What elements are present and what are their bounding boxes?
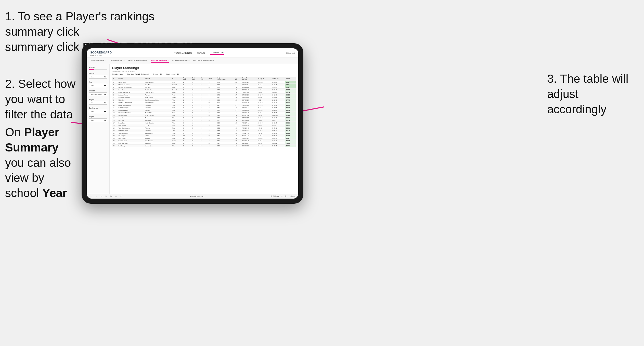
cell-top50: 56-51-4 — [271, 122, 286, 124]
cell-conf-rank: 21 — [191, 106, 200, 109]
cell-player: Christo Lamprecht — [118, 91, 144, 94]
cell-record: 429-198-22 — [241, 127, 257, 129]
cell-rds: 1 — [200, 142, 208, 145]
col-points[interactable]: Points — [285, 77, 296, 81]
table-row: 10 Jacob Skov Olesen Arkansas Fifth 3 25… — [112, 104, 296, 106]
sign-out: | Sign out — [286, 52, 295, 54]
cell-player: Cole Sherwood — [118, 142, 144, 145]
back-btn[interactable]: ◁ — [100, 195, 103, 198]
cell-record: 473-177-57 — [241, 132, 257, 134]
subnav-player-summary[interactable]: PLAYER SUMMARY — [151, 59, 169, 63]
cell-points: 68.04 — [285, 89, 296, 91]
col-record[interactable]: OverallRecord — [241, 77, 257, 81]
cell-wins: 0 — [208, 114, 217, 117]
cell-top25: 8-21-5 — [257, 127, 271, 129]
col-reg-rank[interactable]: RegRank — [182, 77, 191, 81]
cell-rank: 16 — [112, 119, 118, 122]
grid-btn[interactable]: ⊞ — [285, 195, 286, 197]
cell-avg-sg: 1.38 — [234, 137, 241, 140]
cell-yr: Third — [171, 127, 182, 129]
cell-rds: 2 — [200, 89, 208, 91]
cell-top25: 14-5-3 — [257, 96, 271, 99]
cell-top50: 22-22-0 — [271, 86, 286, 89]
cell-top25: 28-12-7 — [257, 94, 271, 96]
col-yr[interactable]: Yr — [171, 77, 182, 81]
copy-btn[interactable]: ⧉ — [110, 195, 112, 198]
cell-record: 698-54-13 — [241, 96, 257, 99]
cell-rank: 18 — [112, 124, 118, 127]
cell-yr: Second — [171, 84, 182, 86]
nav-committee[interactable]: COMMITTEE — [210, 51, 224, 55]
table-title: Player Standings — [112, 66, 139, 70]
cell-avg-sg: 1.61 — [234, 129, 241, 132]
cell-rds: 2 — [200, 91, 208, 94]
cell-school: Florida State — [144, 89, 171, 91]
no-rds-slider[interactable] — [89, 69, 107, 70]
cell-rds: 3 — [200, 94, 208, 96]
cell-reg-rank: 8 — [182, 119, 191, 122]
col-top50[interactable]: Vs Top 50 — [271, 77, 286, 81]
subnav-player-h2h-grid[interactable]: PLAYER H2H GRID — [172, 59, 189, 63]
forward-btn[interactable]: ▷ — [105, 195, 108, 198]
more-btn[interactable]: ··· — [114, 195, 118, 198]
col-rank[interactable]: # — [112, 77, 118, 81]
cell-points: 65.36 — [285, 109, 296, 112]
subnav-team-h2h-heatmap[interactable]: TEAM H2H HEATMAP — [128, 59, 147, 63]
cell-points: 62.75 — [285, 114, 296, 117]
region-section: Region N/A All — [89, 99, 107, 105]
cell-top25: 7-17-5 — [257, 132, 271, 134]
col-player[interactable]: Player — [118, 77, 144, 81]
cell-rds: 1 — [200, 129, 208, 132]
table-row: 2 Michael La Sasso Ole Miss Second 1 18 … — [112, 84, 296, 86]
col-adj[interactable]: Adj.Score to Par — [216, 77, 234, 81]
clock-btn[interactable]: ⏱ — [120, 195, 123, 198]
subnav-team-h2h-grid[interactable]: TEAM H2H GRID — [109, 59, 124, 63]
col-avg-sg[interactable]: AvgSG — [234, 77, 241, 81]
cell-school: Tennessee — [144, 117, 171, 119]
col-rds[interactable]: No.Rds. — [200, 77, 208, 81]
cell-yr: Fourth — [171, 137, 182, 140]
cell-rds: 1 — [200, 124, 208, 127]
division-select[interactable]: NCAA Division I — [89, 92, 107, 96]
conference-select[interactable]: (All) — [89, 110, 107, 113]
cell-school: Arizona — [144, 127, 171, 129]
annotation-step2: 2. Select how you want to filter the dat… — [5, 76, 76, 122]
tablet-screen: SCOREBOARD Powered by dipp TOURNAMENTS T… — [87, 48, 298, 199]
subnav-team-summary[interactable]: TEAM SUMMARY — [90, 59, 106, 63]
cell-avg-sg: 1.56 — [234, 145, 241, 147]
subnav-player-h2h-heatmap[interactable]: PLAYER H2H HEATMAP — [193, 59, 214, 63]
cell-points: 60.68 — [285, 134, 296, 137]
gender-select[interactable]: Men Women — [89, 75, 107, 79]
col-conf-rank[interactable]: ConfRank — [191, 77, 200, 81]
year-select[interactable]: (All) First Second Third Fourth Fifth — [89, 84, 107, 87]
cell-adj: 68.0 — [216, 91, 234, 94]
col-wins[interactable]: Wins — [208, 77, 217, 81]
table-scroll[interactable]: # Player School Yr RegRank ConfRank No.R… — [112, 77, 296, 147]
table-row: 25 Cole Sherwood Vanderbilt Fourth 12 23… — [112, 142, 296, 145]
cell-school: North Florida — [144, 96, 171, 99]
cell-rank: 15 — [112, 117, 118, 119]
cell-school: Arkansas — [144, 104, 171, 106]
player-select[interactable]: (All) — [89, 118, 107, 122]
sign-out-link[interactable]: Sign out — [287, 52, 295, 54]
watch-btn[interactable]: 👁 Watch ▾ — [271, 195, 279, 197]
cell-rds: 1 — [200, 101, 208, 104]
cell-player: Bastien Amat — [118, 140, 144, 142]
col-top25[interactable]: Vs Top 25 — [257, 77, 271, 81]
nav-teams[interactable]: TEAMS — [197, 52, 205, 54]
col-school[interactable]: School — [144, 77, 171, 81]
nav-tournaments[interactable]: TOURNAMENTS — [174, 52, 192, 54]
cell-rds: 8 — [200, 117, 208, 119]
cell-record: 509-82-21 — [241, 137, 257, 140]
undo-btn[interactable]: ↩ — [90, 195, 93, 198]
redo-btn[interactable]: ↪ — [95, 195, 98, 198]
region-select[interactable]: N/A All — [89, 101, 107, 105]
cell-reg-rank: 12 — [182, 142, 191, 145]
cell-rds: 2 — [200, 127, 208, 129]
cell-points: 68.18 — [285, 94, 296, 96]
cell-player: Jacob Skov Olesen — [118, 104, 144, 106]
cell-rank: 7 — [112, 96, 118, 99]
download-btn[interactable]: ⬇ — [281, 195, 283, 197]
cell-adj: 68.0 — [216, 122, 234, 124]
share-btn[interactable]: ⬆ Share — [288, 195, 295, 197]
